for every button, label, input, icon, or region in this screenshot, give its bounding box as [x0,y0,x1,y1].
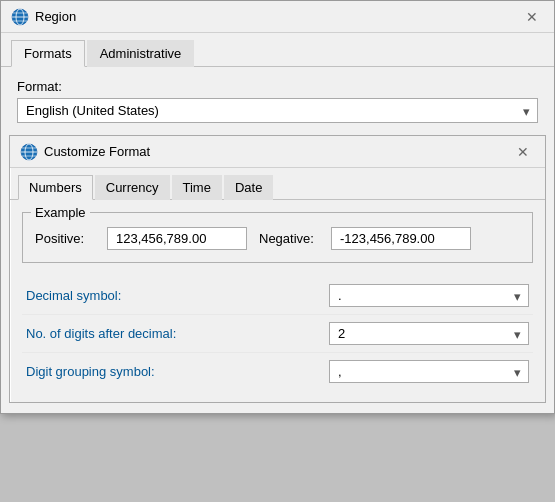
outer-close-button[interactable]: ✕ [520,5,544,29]
format-select[interactable]: English (United States) [17,98,538,123]
digit-grouping-symbol-select[interactable]: , . None [329,360,529,383]
digits-after-decimal-label: No. of digits after decimal: [26,326,329,341]
outer-window: Region ✕ Formats Administrative Format: … [0,0,555,414]
outer-tabs: Formats Administrative [1,33,554,67]
inner-title-bar: Customize Format ✕ [10,136,545,168]
decimal-symbol-label: Decimal symbol: [26,288,329,303]
decimal-symbol-row: Decimal symbol: . , [22,277,533,315]
negative-value: -123,456,789.00 [331,227,471,250]
digits-after-decimal-select-wrapper: 0 1 2 3 4 [329,322,529,345]
example-legend: Example [31,205,90,220]
tab-currency[interactable]: Currency [95,175,170,200]
inner-close-button[interactable]: ✕ [511,140,535,164]
negative-label: Negative: [259,231,319,246]
inner-content: Example Positive: 123,456,789.00 Negativ… [10,200,545,402]
inner-tabs: Numbers Currency Time Date [10,168,545,200]
tab-time[interactable]: Time [172,175,222,200]
decimal-symbol-select[interactable]: . , [329,284,529,307]
region-icon [11,8,29,26]
digit-grouping-symbol-row: Digit grouping symbol: , . None [22,353,533,390]
decimal-symbol-select-wrapper: . , [329,284,529,307]
inner-dialog-title: Customize Format [44,144,511,159]
format-label: Format: [17,79,538,94]
digit-grouping-symbol-label: Digit grouping symbol: [26,364,329,379]
digits-after-decimal-select[interactable]: 0 1 2 3 4 [329,322,529,345]
positive-label: Positive: [35,231,95,246]
tab-numbers[interactable]: Numbers [18,175,93,200]
inner-dialog: Customize Format ✕ Numbers Currency Time… [9,135,546,403]
example-row: Positive: 123,456,789.00 Negative: -123,… [35,227,520,250]
inner-globe-icon [20,143,38,161]
tab-administrative[interactable]: Administrative [87,40,195,67]
format-section: Format: English (United States) [1,67,554,135]
positive-value: 123,456,789.00 [107,227,247,250]
digits-after-decimal-row: No. of digits after decimal: 0 1 2 3 4 [22,315,533,353]
tab-formats[interactable]: Formats [11,40,85,67]
outer-title-bar: Region ✕ [1,1,554,33]
digit-grouping-symbol-select-wrapper: , . None [329,360,529,383]
outer-window-title: Region [35,9,520,24]
example-group: Example Positive: 123,456,789.00 Negativ… [22,212,533,263]
tab-date[interactable]: Date [224,175,273,200]
format-select-wrapper: English (United States) [17,98,538,123]
